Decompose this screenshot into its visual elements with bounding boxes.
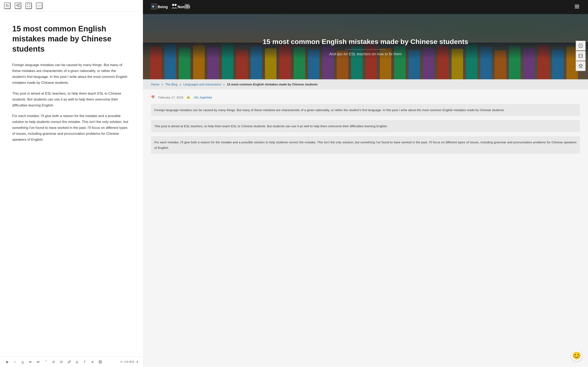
strikethrough-button[interactable]: S xyxy=(89,359,95,365)
h1-button[interactable]: H1 xyxy=(27,359,34,365)
underline-button[interactable]: U xyxy=(20,359,26,365)
text-format-button[interactable]: T xyxy=(82,359,88,365)
more-icon: ··· xyxy=(38,4,41,8)
hero-divider xyxy=(345,49,386,50)
article-date: February 17, 2019 xyxy=(158,96,183,99)
svg-line-4 xyxy=(17,4,18,5)
browser-panel: 🌍 Being Nomad xyxy=(143,0,588,367)
article-title[interactable]: 15 most common English mistakes made by … xyxy=(12,24,131,54)
breadcrumb-current: 15 most common English mistakes made by … xyxy=(227,83,318,86)
calendar-icon: 📅 xyxy=(151,95,155,99)
svg-point-12 xyxy=(60,362,61,362)
svg-line-3 xyxy=(17,6,18,6)
svg-rect-22 xyxy=(185,4,189,9)
site-header: 🌍 Being Nomad xyxy=(143,0,588,14)
code-icon-button[interactable] xyxy=(576,51,586,61)
breadcrumb-sep-2: » xyxy=(180,83,182,86)
hero-subtitle: And tips for ESL teachers on how to fix … xyxy=(263,52,468,56)
word-count-text: 129 单词 xyxy=(124,360,134,364)
ordered-list-button[interactable] xyxy=(51,359,57,365)
share-icon xyxy=(16,3,20,8)
word-count-dropdown[interactable]: ▾ xyxy=(136,359,139,365)
svg-marker-69 xyxy=(579,64,582,67)
refresh-icon: ↻ xyxy=(6,3,9,8)
body-paragraph-3: For each mistake, I'll give both a reaso… xyxy=(12,113,131,142)
body-paragraph-1: Foreign language mistakes can be caused … xyxy=(12,62,131,86)
italic-button[interactable]: I xyxy=(12,359,18,365)
editor-top-toolbar: ↻ ··· xyxy=(0,0,143,12)
breadcrumb-sep-3: » xyxy=(223,83,226,86)
refresh-button[interactable]: ↻ xyxy=(4,2,11,9)
article-meta: 📅 February 17, 2019 ✍ Ola Jagielska xyxy=(151,95,580,99)
quote-button[interactable]: " xyxy=(43,359,49,365)
breadcrumb-home[interactable]: Home xyxy=(151,83,159,86)
breadcrumb-sep-1: » xyxy=(161,83,164,86)
svg-point-0 xyxy=(18,4,19,5)
editor-panel: ↻ ··· 15 most common English mistakes ma… xyxy=(0,0,143,367)
logo-icon: 🌍 Being Nomad xyxy=(151,3,192,11)
svg-point-1 xyxy=(17,5,17,6)
editor-content: 15 most common English mistakes made by … xyxy=(0,12,143,357)
right-sidebar xyxy=(576,41,588,71)
article-body[interactable]: Foreign language mistakes can be caused … xyxy=(12,62,131,143)
share-button[interactable] xyxy=(15,2,21,9)
svg-text:Being: Being xyxy=(158,5,168,9)
svg-point-19 xyxy=(172,4,174,6)
h2-button[interactable]: H2 xyxy=(35,359,41,365)
site-logo: 🌍 Being Nomad xyxy=(151,3,192,11)
svg-point-11 xyxy=(60,361,61,361)
breadcrumb-bar: Home » The Blog » Languages and Interact… xyxy=(143,79,588,89)
hero-title: 15 most common English mistakes made by … xyxy=(263,37,468,46)
media-button[interactable] xyxy=(97,359,103,365)
article-paragraph-2: This post is aimed at ESL teachers, to h… xyxy=(151,120,580,132)
svg-point-15 xyxy=(100,361,100,362)
svg-text:🌍: 🌍 xyxy=(152,5,155,8)
body-paragraph-2: This post is aimed at ESL teachers, to h… xyxy=(12,91,131,108)
unordered-list-button[interactable] xyxy=(58,359,65,365)
text-underline-button[interactable]: A xyxy=(74,359,80,365)
hero-section: 15 most common English mistakes made by … xyxy=(143,14,588,79)
expand-icon xyxy=(27,3,30,8)
layer-icon-button[interactable] xyxy=(576,61,586,71)
word-count-icon: ⏱ xyxy=(120,360,123,364)
svg-point-20 xyxy=(174,4,177,6)
svg-point-2 xyxy=(18,6,19,7)
article-paragraph-1: Foreign language mistakes can be caused … xyxy=(151,104,580,116)
editor-bottom-bar: B I U H1 H2 " A T S ⏱ 129 单词 ▾ xyxy=(0,357,143,367)
expand-button[interactable] xyxy=(25,2,32,9)
hamburger-menu[interactable] xyxy=(574,4,580,11)
link-button[interactable] xyxy=(66,359,72,365)
check-icon-button[interactable] xyxy=(576,41,586,50)
hero-content: 15 most common English mistakes made by … xyxy=(259,33,472,60)
emoji-button[interactable]: 😊 xyxy=(571,350,582,361)
article-section: 📅 February 17, 2019 ✍ Ola Jagielska Fore… xyxy=(143,89,588,164)
bold-button[interactable]: B xyxy=(4,359,10,365)
more-button[interactable]: ··· xyxy=(36,2,43,9)
breadcrumb-blog[interactable]: The Blog xyxy=(165,83,177,86)
author-icon: ✍ xyxy=(187,95,190,99)
article-paragraph-3: For each mistake, I'll give both a reaso… xyxy=(151,136,580,154)
breadcrumb-category[interactable]: Languages and Interactions xyxy=(183,83,221,86)
word-count-area: ⏱ 129 单词 ▾ xyxy=(120,359,139,365)
article-author[interactable]: Ola Jagielska xyxy=(194,96,212,99)
